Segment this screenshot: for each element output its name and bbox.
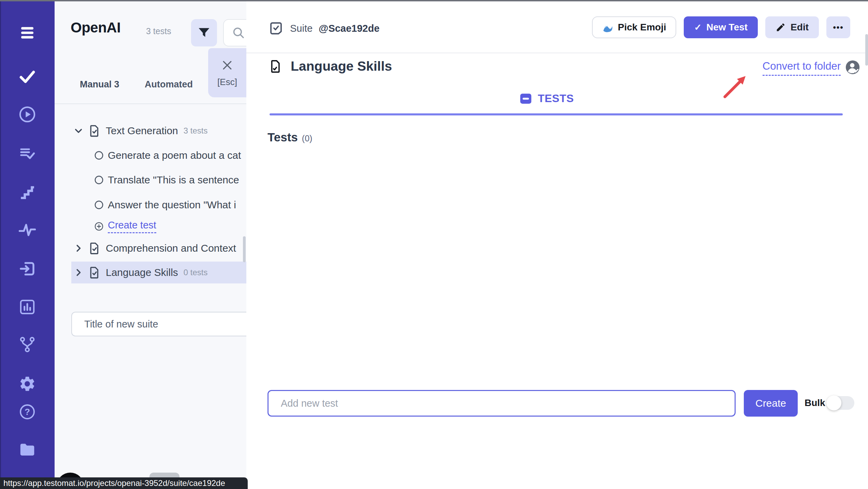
pick-emoji-button[interactable]: Pick Emoji <box>592 16 677 38</box>
create-test-link[interactable]: Create test <box>108 220 156 233</box>
tests-title: Tests <box>267 130 298 144</box>
runs-icon[interactable] <box>0 105 55 124</box>
chevron-down-icon[interactable] <box>72 125 85 137</box>
pulse-icon[interactable] <box>0 221 55 239</box>
suite-count: 0 tests <box>184 268 208 277</box>
tests-section-header: Tests (0) <box>267 130 312 144</box>
main-scrollbar-thumb[interactable] <box>865 34 868 66</box>
close-icon[interactable] <box>220 58 234 72</box>
test-status-icon <box>93 199 104 210</box>
edit-label: Edit <box>791 22 809 33</box>
suite-doc-icon <box>268 59 283 74</box>
tab-tests[interactable]: TESTS <box>246 92 847 105</box>
create-button[interactable]: Create <box>744 390 798 417</box>
tests-tab-underline <box>270 113 843 115</box>
add-test-row: Create Bulk <box>246 387 868 421</box>
project-title: OpenAI <box>71 19 120 36</box>
suite-main: Suite @Scae192de Pick Emoji ✓ New Test E… <box>246 1 868 489</box>
tab-automated[interactable]: Automated <box>145 79 193 90</box>
chevron-right-icon[interactable] <box>72 266 85 279</box>
assignee-avatar[interactable] <box>845 59 860 75</box>
tree-test-item[interactable]: Answer the question "What i <box>93 194 246 215</box>
help-icon[interactable]: ? <box>0 403 55 421</box>
new-test-button[interactable]: ✓ New Test <box>684 16 758 38</box>
edit-button[interactable]: Edit <box>765 16 819 38</box>
branches-icon[interactable] <box>0 336 55 353</box>
import-icon[interactable] <box>0 260 55 278</box>
panel-scrollbar-thumb[interactable] <box>243 236 246 262</box>
bulk-toggle[interactable] <box>827 396 854 410</box>
search-icon <box>231 26 246 40</box>
add-test-input[interactable] <box>267 390 736 417</box>
more-actions-button[interactable]: ••• <box>826 16 850 38</box>
plus-circle-icon <box>93 221 104 232</box>
suite-topbar: Suite @Scae192de Pick Emoji ✓ New Test E… <box>246 1 868 53</box>
suite-doc-icon <box>87 265 102 280</box>
main-sidebar: ? <box>0 1 55 489</box>
test-title: Generate a poem about a cat <box>108 150 244 161</box>
check-icon: ✓ <box>694 22 701 33</box>
tree-suite-text-generation[interactable]: Text Generation 3 tests <box>72 120 208 141</box>
tree-suite-comprehension[interactable]: Comprehension and Context <box>72 238 247 259</box>
project-panel: OpenAI 3 tests [Esc] Manual 3 Automated … <box>55 1 246 489</box>
analytics-icon[interactable] <box>0 298 55 316</box>
suite-toolbar: Pick Emoji ✓ New Test Edit ••• <box>592 16 850 38</box>
create-test-row[interactable]: Create test <box>93 216 156 237</box>
steps-icon[interactable] <box>0 183 55 201</box>
chevron-right-icon[interactable] <box>72 242 85 254</box>
suite-check-icon <box>268 20 284 36</box>
more-icon: ••• <box>833 23 843 32</box>
test-plans-icon[interactable] <box>0 144 55 162</box>
test-title: Answer the question "What i <box>108 199 244 211</box>
settings-icon[interactable] <box>0 375 55 393</box>
projects-icon[interactable] <box>0 441 55 459</box>
suite-label: Text Generation <box>106 125 178 137</box>
suite-heading: Language Skills <box>268 59 392 74</box>
test-title: Translate "This is a sentence <box>108 174 244 186</box>
breadcrumb-suite-id: @Scae192de <box>319 23 379 34</box>
project-tests-count: 3 tests <box>146 26 171 36</box>
bulk-label: Bulk <box>805 397 825 408</box>
test-status-icon <box>93 174 104 185</box>
pencil-icon <box>776 22 786 32</box>
new-test-label: New Test <box>706 22 748 33</box>
app-window: ? OpenAI 3 tests [Esc] Manual 3 Automate… <box>0 0 868 489</box>
tree-test-item[interactable]: Generate a poem about a cat <box>93 145 246 166</box>
filter-icon <box>197 25 212 40</box>
tests-tab-label: TESTS <box>538 92 574 105</box>
menu-icon[interactable] <box>0 24 55 42</box>
suite-doc-icon <box>87 124 102 138</box>
new-suite-input[interactable] <box>71 312 246 336</box>
tree-suite-language-skills[interactable]: Language Skills 0 tests <box>72 262 208 283</box>
create-button-label: Create <box>755 397 786 409</box>
svg-text:?: ? <box>25 407 30 417</box>
filter-button[interactable] <box>191 19 217 46</box>
breadcrumb: Suite @Scae192de <box>268 20 379 36</box>
panel-tabs: Manual 3 Automated <box>55 79 246 96</box>
tree-test-item[interactable]: Translate "This is a sentence <box>93 169 246 191</box>
panel-divider <box>55 103 246 104</box>
pick-emoji-label: Pick Emoji <box>618 22 666 33</box>
page-title: Language Skills <box>291 59 392 74</box>
tests-tab-icon <box>519 93 532 104</box>
tests-icon[interactable] <box>0 68 55 85</box>
convert-to-folder-link[interactable]: Convert to folder <box>763 60 841 76</box>
bulk-toggle-knob <box>826 395 841 410</box>
suite-label: Language Skills <box>106 267 178 278</box>
suite-count: 3 tests <box>184 126 208 136</box>
wave-emoji-icon <box>602 22 613 33</box>
breadcrumb-type: Suite <box>290 23 313 34</box>
tab-manual[interactable]: Manual 3 <box>80 79 119 90</box>
browser-status-url: https://app.testomat.io/projects/openai-… <box>0 477 248 489</box>
suite-label: Comprehension and Context <box>106 242 247 254</box>
tests-count: (0) <box>302 134 313 143</box>
suite-doc-icon <box>87 241 102 255</box>
topbar-divider <box>246 53 868 53</box>
test-status-icon <box>93 150 104 161</box>
